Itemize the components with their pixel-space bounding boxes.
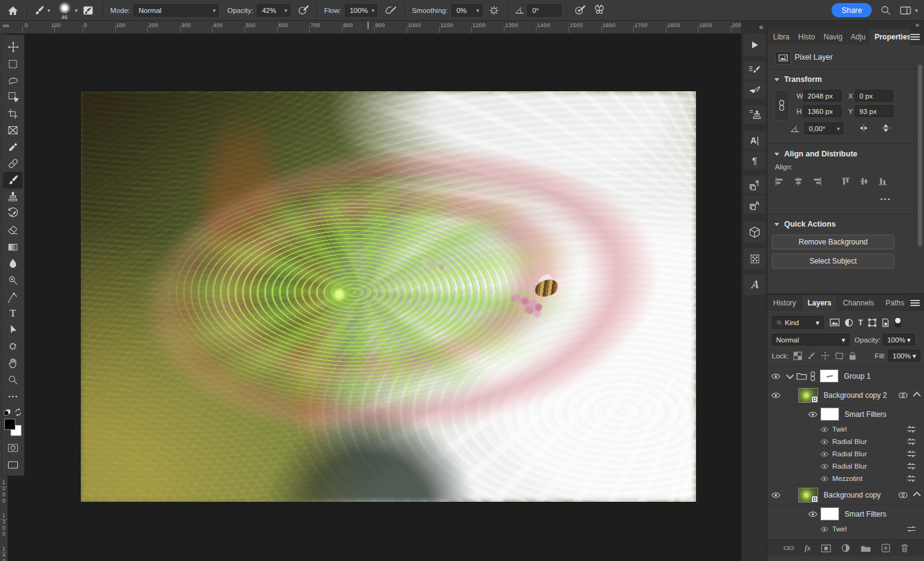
- delete-layer-icon[interactable]: [901, 544, 909, 552]
- new-layer-icon[interactable]: [881, 544, 890, 552]
- filter-shape-layers-icon[interactable]: [868, 318, 877, 327]
- gradient-tool[interactable]: [3, 238, 23, 255]
- tab-adjustments[interactable]: Adju: [845, 29, 869, 45]
- fill-select[interactable]: 100% ▾: [888, 350, 920, 361]
- smart-filter-icon[interactable]: [898, 491, 908, 499]
- pressure-opacity-icon[interactable]: [294, 4, 312, 16]
- group-name[interactable]: Group 1: [844, 372, 870, 381]
- align-bottom-edges-icon[interactable]: [878, 177, 888, 186]
- paragraph-styles-panel-icon[interactable]: ¶: [744, 176, 766, 194]
- dodge-tool[interactable]: [3, 272, 23, 288]
- layer-row-background-copy-2[interactable]: Background copy 2: [768, 385, 924, 405]
- flip-horizontal-icon[interactable]: [859, 124, 869, 132]
- angle-field[interactable]: 0°: [527, 4, 562, 17]
- airbrush-icon[interactable]: [381, 5, 400, 16]
- filter-mask-thumbnail[interactable]: [821, 408, 839, 421]
- panel-menu-icon[interactable]: [910, 300, 920, 306]
- tab-properties[interactable]: Properties: [869, 29, 910, 45]
- y-field[interactable]: 93 px: [855, 105, 893, 117]
- filter-mask-thumbnail[interactable]: [821, 507, 839, 520]
- brush-tool-icon[interactable]: [31, 5, 47, 16]
- visibility-eye-icon[interactable]: [804, 411, 821, 418]
- align-top-edges-icon[interactable]: [841, 177, 851, 186]
- filter-pixel-layers-icon[interactable]: [830, 318, 840, 326]
- collapse-dock-icon[interactable]: «: [759, 23, 763, 31]
- layer-fx-icon[interactable]: fx: [804, 543, 810, 553]
- remove-background-button[interactable]: Remove Background: [772, 235, 894, 249]
- filter-smart-objects-icon[interactable]: [881, 318, 890, 327]
- brushes-panel-icon[interactable]: [744, 81, 766, 99]
- layer-name[interactable]: Background copy: [824, 491, 881, 499]
- x-field[interactable]: 0 px: [855, 90, 893, 102]
- hand-tool[interactable]: [3, 355, 23, 371]
- layer-thumbnail[interactable]: [798, 388, 818, 403]
- workspace-switcher-icon[interactable]: [896, 6, 915, 15]
- tab-histogram[interactable]: Histo: [793, 29, 817, 45]
- group-expand-chevron[interactable]: [786, 371, 794, 379]
- align-left-edges-icon[interactable]: [775, 177, 785, 186]
- layer-opacity-select[interactable]: 100% ▾: [883, 334, 915, 345]
- adjustment-layer-icon[interactable]: [841, 544, 850, 552]
- align-right-edges-icon[interactable]: [812, 177, 822, 186]
- smart-filters-row[interactable]: Smart Filters: [768, 505, 924, 523]
- history-brush-tool[interactable]: [3, 205, 23, 222]
- tab-paths[interactable]: Paths: [880, 295, 910, 311]
- screen-mode-icon[interactable]: [3, 456, 23, 473]
- collapse-panels-icon[interactable]: »: [915, 21, 918, 28]
- flow-select[interactable]: 100%▾: [345, 4, 377, 17]
- lasso-tool[interactable]: [3, 72, 23, 89]
- ruler-collapse-icon[interactable]: »»: [2, 22, 9, 29]
- align-more-icon[interactable]: •••: [880, 195, 891, 203]
- type-tool[interactable]: T: [3, 305, 23, 321]
- lock-artboard-icon[interactable]: [835, 352, 844, 360]
- smart-filter-item[interactable]: Radial Blur: [768, 435, 924, 448]
- height-field[interactable]: 1360 px: [803, 105, 841, 117]
- 3d-panel-icon[interactable]: [744, 221, 766, 243]
- eraser-tool[interactable]: [3, 222, 23, 238]
- pattern-preview-panel-icon[interactable]: [744, 248, 766, 269]
- visibility-eye-icon[interactable]: [821, 451, 829, 457]
- quick-mask-icon[interactable]: [3, 440, 23, 456]
- spot-healing-brush-tool[interactable]: [3, 155, 23, 172]
- new-group-icon[interactable]: [861, 544, 871, 552]
- group-mask-thumbnail[interactable]: [820, 369, 838, 382]
- paint-symmetry-butterfly-icon[interactable]: [590, 4, 609, 16]
- lock-position-icon[interactable]: [821, 351, 830, 360]
- paragraph-panel-icon[interactable]: ¶: [744, 151, 766, 169]
- filter-blend-options-icon[interactable]: [907, 462, 916, 470]
- opacity-select[interactable]: 42%▾: [257, 4, 290, 17]
- character-panel-icon[interactable]: A|: [744, 131, 766, 150]
- brush-dropdown-caret[interactable]: ▾: [47, 7, 51, 14]
- character-styles-panel-icon[interactable]: A: [744, 195, 766, 214]
- align-horizontal-centers-icon[interactable]: [793, 177, 803, 186]
- filter-toggle[interactable]: [894, 317, 901, 328]
- lock-all-icon[interactable]: [849, 352, 856, 360]
- canvas-image[interactable]: [81, 91, 696, 502]
- layer-row-background-copy[interactable]: Background copy: [768, 485, 924, 505]
- select-subject-button[interactable]: Select Subject: [772, 254, 894, 268]
- search-icon[interactable]: [875, 5, 896, 16]
- foreground-color-swatch[interactable]: [4, 419, 15, 430]
- smart-filter-item[interactable]: Twirl: [768, 423, 924, 435]
- brush-preview[interactable]: 46: [57, 1, 73, 20]
- workspace-caret[interactable]: ▾: [915, 7, 918, 14]
- move-tool[interactable]: [3, 39, 23, 55]
- width-field[interactable]: 2048 px: [803, 90, 841, 102]
- glyphs-panel-icon[interactable]: A: [744, 274, 766, 295]
- lock-transparency-icon[interactable]: [793, 352, 802, 360]
- home-icon[interactable]: [4, 6, 22, 15]
- filter-blend-options-icon[interactable]: [907, 475, 916, 482]
- custom-shape-tool[interactable]: [3, 338, 23, 355]
- smart-filter-icon[interactable]: [898, 392, 908, 399]
- visibility-eye-icon[interactable]: [768, 373, 784, 379]
- panel-menu-icon[interactable]: [910, 34, 920, 40]
- path-selection-tool[interactable]: [3, 321, 23, 338]
- pen-tool[interactable]: [3, 288, 23, 305]
- visibility-eye-icon[interactable]: [821, 439, 829, 445]
- actions-panel-icon[interactable]: [744, 34, 766, 56]
- eyedropper-tool[interactable]: [3, 139, 23, 155]
- share-button[interactable]: Share: [832, 3, 872, 17]
- filter-blend-options-icon[interactable]: [907, 450, 916, 458]
- swap-colors-icon[interactable]: [14, 408, 22, 416]
- angle-field[interactable]: 0,00°: [804, 123, 834, 134]
